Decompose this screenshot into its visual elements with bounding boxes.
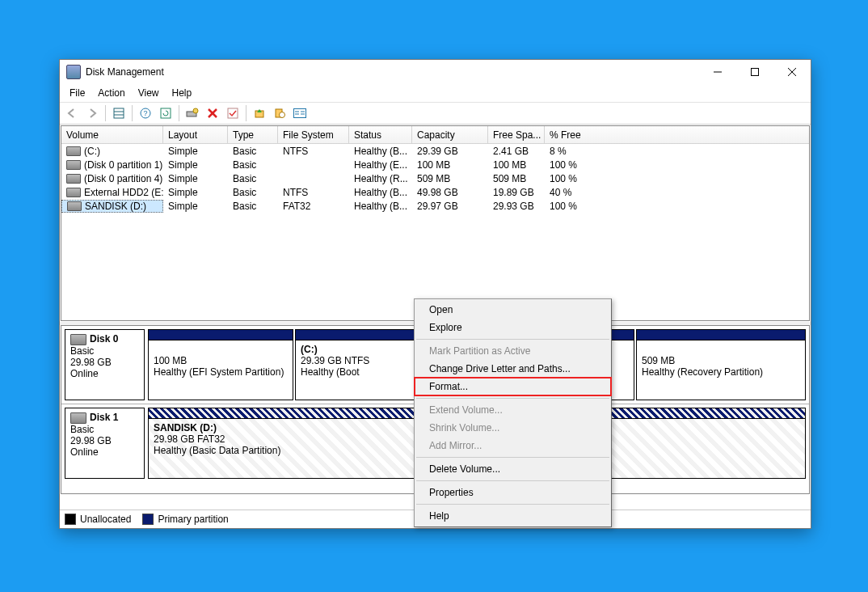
list-view-icon[interactable] (109, 104, 129, 123)
disk-info[interactable]: Disk 0 Basic 29.98 GB Online (65, 329, 145, 400)
ctx-shrink-volume: Shrink Volume... (415, 419, 611, 437)
menu-view[interactable]: View (132, 86, 166, 100)
col-type[interactable]: Type (228, 126, 278, 143)
maximize-button[interactable] (736, 60, 773, 84)
svg-rect-9 (161, 108, 171, 118)
svg-point-11 (193, 108, 198, 113)
partition-bar (637, 330, 805, 340)
toolbar: ? (60, 103, 811, 125)
svg-rect-18 (294, 109, 306, 118)
volume-icon (66, 188, 81, 197)
properties-icon[interactable] (270, 104, 289, 123)
ctx-mark-active: Mark Partition as Active (415, 342, 611, 360)
details-icon[interactable] (290, 104, 310, 123)
ctx-change-drive-letter[interactable]: Change Drive Letter and Paths... (415, 360, 611, 378)
legend-unallocated: Unallocated (65, 514, 131, 526)
disk-management-window: Disk Management File Action View Help ? … (59, 59, 811, 529)
svg-point-17 (280, 112, 285, 118)
col-filesystem[interactable]: File System (278, 126, 349, 143)
menu-action[interactable]: Action (91, 86, 131, 100)
close-button[interactable] (773, 60, 811, 84)
volume-icon (66, 146, 81, 156)
ctx-explore[interactable]: Explore (415, 319, 611, 336)
svg-text:?: ? (143, 109, 147, 117)
volume-icon (66, 174, 81, 184)
menu-help[interactable]: Help (166, 86, 199, 100)
svg-rect-14 (228, 108, 238, 118)
svg-rect-4 (114, 108, 124, 118)
volume-row-selected[interactable]: SANDISK (D:) SimpleBasicFAT32Healthy (B.… (61, 199, 809, 213)
ctx-extend-volume: Extend Volume... (415, 401, 611, 419)
window-title: Disk Management (86, 66, 699, 78)
disk-info[interactable]: Disk 1 Basic 29.98 GB Online (65, 408, 145, 479)
partition[interactable]: 509 MBHealthy (Recovery Partition) (636, 329, 806, 400)
menubar: File Action View Help (60, 84, 811, 103)
menu-file[interactable]: File (63, 86, 91, 100)
column-headers[interactable]: Volume Layout Type File System Status Ca… (61, 126, 809, 144)
partition-bar (149, 330, 293, 340)
volume-icon (67, 201, 82, 211)
ctx-help[interactable]: Help (415, 507, 611, 525)
forward-icon[interactable] (82, 104, 102, 123)
volume-row[interactable]: (Disk 0 partition 4) SimpleBasicHealthy … (61, 171, 809, 185)
col-freespace[interactable]: Free Spa... (488, 126, 545, 143)
col-layout[interactable]: Layout (163, 126, 228, 143)
disk-settings-icon[interactable] (183, 104, 202, 123)
disk-icon (70, 412, 86, 424)
col-volume[interactable]: Volume (61, 126, 163, 143)
ctx-properties[interactable]: Properties (415, 484, 611, 501)
volume-row[interactable]: (C:) Simple Basic NTFS Healthy (B... 29.… (61, 144, 809, 158)
back-icon[interactable] (62, 104, 82, 123)
partition[interactable]: 100 MBHealthy (EFI System Partition) (148, 329, 293, 400)
svg-rect-1 (752, 69, 759, 76)
col-capacity[interactable]: Capacity (412, 126, 488, 143)
minimize-button[interactable] (699, 60, 736, 84)
help-icon[interactable]: ? (136, 104, 155, 123)
ctx-add-mirror: Add Mirror... (415, 437, 611, 455)
context-menu: Open Explore Mark Partition as Active Ch… (414, 298, 612, 527)
volume-list: Volume Layout Type File System Status Ca… (61, 125, 810, 321)
eject-icon[interactable] (250, 104, 269, 123)
legend-primary: Primary partition (142, 514, 228, 526)
check-icon[interactable] (223, 104, 242, 123)
delete-icon[interactable] (203, 104, 222, 123)
volume-row[interactable]: External HDD2 (E:) SimpleBasicNTFSHealth… (61, 185, 809, 199)
col-pctfree[interactable]: % Free (545, 126, 601, 143)
refresh-icon[interactable] (156, 104, 175, 123)
ctx-format[interactable]: Format... (415, 378, 611, 395)
col-status[interactable]: Status (349, 126, 412, 143)
app-icon (66, 65, 81, 79)
volume-icon (66, 160, 81, 170)
ctx-delete-volume[interactable]: Delete Volume... (415, 460, 611, 478)
ctx-open[interactable]: Open (415, 301, 611, 319)
disk-icon (70, 334, 86, 345)
volume-row[interactable]: (Disk 0 partition 1) SimpleBasicHealthy … (61, 158, 809, 171)
titlebar: Disk Management (60, 60, 811, 84)
